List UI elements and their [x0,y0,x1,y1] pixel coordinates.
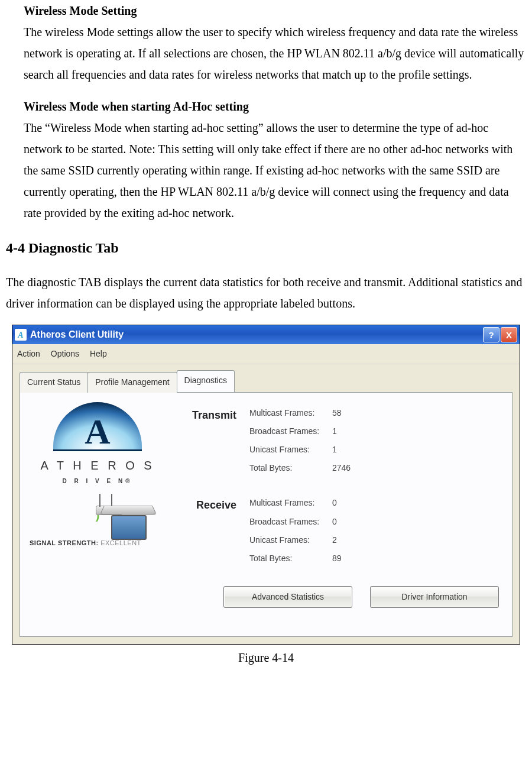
stat-value: 1 [332,424,362,439]
tab-diagnostics[interactable]: Diagnostics [177,370,235,391]
tab-profile-management[interactable]: Profile Management [87,372,177,392]
section2-body: The “Wireless Mode when starting ad-hoc … [24,117,526,224]
window-title: Atheros Client Utility [30,326,483,344]
stat-label: Multicast Frames: [249,496,332,510]
stat-value: 58 [332,406,362,420]
close-button[interactable]: X [501,327,517,342]
advanced-statistics-button[interactable]: Advanced Statistics [223,586,352,608]
tab-current-status[interactable]: Current Status [20,372,88,392]
stat-value: 0 [332,514,362,529]
stat-value: 2746 [332,461,362,475]
heading-diagnostic-tab: 4-4 Diagnostic Tab [6,235,526,261]
stat-label: Multicast Frames: [249,406,332,420]
app-window: A Atheros Client Utility ? X Action Opti… [12,325,520,644]
brand-name: A T H E R O S [30,455,166,476]
stat-value: 89 [332,551,362,566]
stat-label: Total Bytes: [249,551,332,566]
titlebar: A Atheros Client Utility ? X [12,325,520,344]
stat-label: Broadcast Frames: [249,424,332,439]
transmit-heading: Transmit [177,406,236,480]
section2-title: Wireless Mode when starting Ad-Hoc setti… [24,96,526,117]
stat-label: Broadcast Frames: [249,514,332,529]
section1-title: Wireless Mode Setting [24,0,526,21]
app-icon: A [15,329,27,341]
figure-caption: Figure 4-14 [6,647,526,668]
signal-strength-label: SIGNAL STRENGTH: [30,539,99,546]
table-row: Broadcast Frames: 0 [249,514,362,529]
connection-illustration: ) [30,504,166,526]
atheros-logo: A A T H E R O S D R I V E N® [30,402,166,487]
stat-label: Total Bytes: [249,461,332,475]
receive-heading: Receive [177,496,236,569]
tab-panel-diagnostics: A A T H E R O S D R I V E N® ) [20,392,512,637]
section1-body: The wireless Mode settings allow the use… [24,21,526,85]
menu-action[interactable]: Action [17,349,40,358]
stat-value: 1 [332,442,362,457]
stat-value: 2 [332,533,362,548]
table-row: Total Bytes: 2746 [249,461,362,475]
menu-help[interactable]: Help [90,349,107,358]
tab-strip: Current Status Profile Management Diagno… [20,370,512,391]
signal-strength-value: EXCELLENT [100,539,141,546]
heading-body: The diagnostic TAB displays the current … [6,271,526,314]
menu-options[interactable]: Options [51,349,79,358]
transmit-block: Transmit Multicast Frames: 58 Broadcast … [177,406,502,480]
stat-label: Unicast Frames: [249,533,332,548]
driver-information-button[interactable]: Driver Information [370,586,499,608]
table-row: Unicast Frames: 2 [249,533,362,548]
table-row: Unicast Frames: 1 [249,442,362,457]
table-row: Total Bytes: 89 [249,551,362,566]
help-button[interactable]: ? [483,327,499,342]
stat-label: Unicast Frames: [249,442,332,457]
menubar: Action Options Help [12,344,520,364]
table-row: Multicast Frames: 0 [249,496,362,510]
table-row: Multicast Frames: 58 [249,406,362,420]
table-row: Broadcast Frames: 1 [249,424,362,439]
brand-tagline: D R I V E N® [30,476,166,487]
receive-block: Receive Multicast Frames: 0 Broadcast Fr… [177,496,502,569]
stat-value: 0 [332,496,362,510]
